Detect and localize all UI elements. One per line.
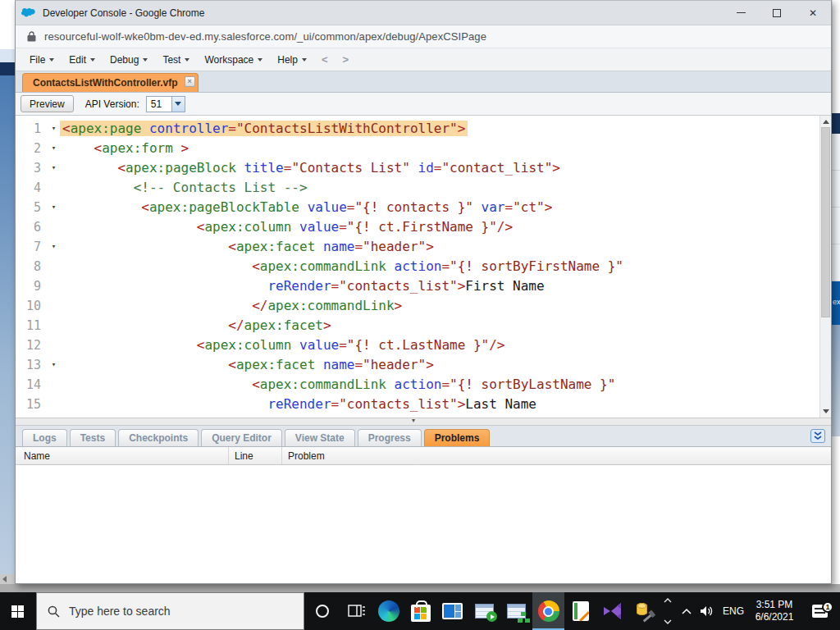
start-button[interactable] (0, 592, 36, 630)
code-text: </apex:commandLink> (62, 296, 402, 316)
fold-caret-icon[interactable]: ▾ (45, 355, 62, 375)
close-button[interactable]: ✕ (795, 1, 831, 25)
background-hscrollbar (0, 574, 15, 584)
menu-edit[interactable]: Edit (62, 51, 103, 69)
volume-button[interactable] (696, 605, 719, 617)
scroll-up-button[interactable] (820, 116, 831, 128)
column-header-line[interactable]: Line (229, 447, 282, 464)
code-line-6[interactable]: 6 <apex:column value="{! ct.FirstName }"… (16, 217, 819, 237)
code-line-12[interactable]: 12 <apex:column value="{! ct.LastName }"… (16, 336, 819, 355)
panel-tab-tests[interactable]: Tests (70, 429, 116, 446)
problems-grid-header: Name Line Problem (16, 447, 831, 465)
panel-tab-problems[interactable]: Problems (424, 429, 491, 446)
windows-taskbar: ENG 3:51 PM 6/6/2021 1 (0, 592, 840, 630)
code-line-4[interactable]: 4 <!-- Contacts List --> (16, 178, 819, 198)
column-header-name[interactable]: Name (16, 447, 229, 464)
code-line-2[interactable]: 2▾ <apex:form > (16, 139, 819, 158)
code-line-15[interactable]: 15 reRender="contacts_list">Last Name (16, 395, 819, 414)
splitter-grip-icon[interactable]: ▾ (403, 418, 424, 425)
sql-table-run-icon (475, 604, 494, 619)
code-line-11[interactable]: 11 </apex:facet> (16, 316, 819, 336)
fold-caret-icon[interactable]: ▾ (45, 158, 62, 178)
menu-file[interactable]: File (22, 51, 62, 69)
dropdown-button[interactable] (171, 96, 185, 112)
code-line-13[interactable]: 13▾ <apex:facet name="header"> (16, 355, 819, 375)
collapse-panel-button[interactable] (810, 429, 825, 443)
query-script-app-button[interactable] (564, 592, 596, 630)
menu-workspace[interactable]: Workspace (197, 51, 270, 69)
minimize-icon (737, 12, 746, 13)
cortana-button[interactable] (304, 592, 340, 630)
code-line-10[interactable]: 10 </apex:commandLink> (16, 296, 819, 316)
scroll-down-button[interactable] (820, 405, 831, 418)
code-line-7[interactable]: 7▾ <apex:facet name="header"> (16, 237, 819, 257)
clock[interactable]: 3:51 PM 6/6/2021 (748, 599, 801, 623)
navigate-forward-button[interactable]: > (336, 53, 357, 66)
background-white (832, 0, 840, 113)
menu-label: File (30, 54, 45, 66)
fold-gutter (45, 296, 62, 316)
edge-button[interactable] (372, 592, 404, 630)
data-tools-button[interactable] (628, 592, 660, 630)
taskbar-search-box[interactable] (36, 592, 304, 630)
fold-caret-icon[interactable]: ▾ (45, 139, 62, 158)
code-line-14[interactable]: 14 <apex:commandLink action="{! sortByLa… (16, 375, 819, 395)
code-text: <!-- Contacts List --> (62, 178, 308, 198)
api-version-select[interactable]: 51 (146, 96, 185, 112)
fold-caret-icon[interactable]: ▾ (45, 198, 62, 217)
fold-caret-icon[interactable]: ▾ (45, 119, 62, 139)
code-text: <apex:commandLink action="{! sortByLastN… (62, 375, 615, 395)
panel-tab-logs[interactable]: Logs (22, 429, 67, 446)
preview-button[interactable]: Preview (21, 95, 74, 112)
sql-table-design-icon (507, 604, 526, 619)
code-line-8[interactable]: 8 <apex:commandLink action="{! sortByFir… (16, 257, 819, 276)
column-header-problem[interactable]: Problem (282, 447, 831, 464)
bottom-panel-tabs: LogsTestsCheckpointsQuery EditorView Sta… (16, 426, 831, 447)
maximize-button[interactable] (759, 1, 795, 25)
navigate-back-button[interactable]: < (314, 53, 336, 66)
editor-vertical-scrollbar[interactable] (819, 116, 831, 418)
panel-tab-progress[interactable]: Progress (358, 429, 422, 446)
code-line-9[interactable]: 9 reRender="contacts_list">First Name (16, 276, 819, 296)
hidden-icons-button[interactable] (677, 608, 696, 614)
scrollbar-thumb[interactable] (821, 127, 830, 317)
task-view-button[interactable] (340, 592, 372, 630)
chevron-down-icon (302, 58, 307, 62)
api-version-label: API Version: (85, 98, 139, 110)
chevron-down-icon (49, 58, 54, 62)
code-line-1[interactable]: 1▾<apex:page controller="ContactsListWit… (16, 119, 819, 139)
menu-test[interactable]: Test (155, 51, 197, 69)
search-input[interactable] (69, 605, 266, 618)
sql-run-app-button[interactable] (468, 592, 500, 630)
code-editor[interactable]: 1▾<apex:page controller="ContactsListWit… (16, 116, 831, 418)
chrome-button[interactable] (532, 592, 564, 630)
background-gradient (832, 325, 840, 436)
triangle-down-icon (823, 409, 829, 413)
panel-tab-query-editor[interactable]: Query Editor (201, 429, 282, 446)
code-line-5[interactable]: 5▾ <apex:pageBlockTable value="{! contac… (16, 198, 819, 217)
minimize-button[interactable] (723, 1, 759, 25)
menu-debug[interactable]: Debug (103, 51, 155, 69)
tab-close-icon[interactable]: × (185, 76, 195, 87)
visual-studio-button[interactable] (596, 592, 628, 630)
menu-items: FileEditDebugTestWorkspaceHelp (22, 51, 314, 69)
code-line-3[interactable]: 3▾ <apex:pageBlock title="Contacts List"… (16, 158, 819, 178)
microsoft-store-button[interactable] (404, 592, 436, 630)
code-area[interactable]: 1▾<apex:page controller="ContactsListWit… (16, 116, 819, 418)
language-indicator[interactable]: ENG (719, 605, 748, 617)
sql-design-app-button[interactable] (500, 592, 532, 630)
tab-contactslistwithcontroller[interactable]: ContactsListWithController.vfp × (22, 73, 199, 92)
menu-label: Test (162, 54, 180, 66)
panel-tab-checkpoints[interactable]: Checkpoints (118, 429, 199, 446)
photos-app-button[interactable] (436, 592, 468, 630)
notification-center-button[interactable]: 1 (801, 605, 840, 618)
panel-splitter[interactable]: ▾ (16, 418, 831, 426)
speaker-icon (700, 605, 714, 617)
fold-caret-icon[interactable]: ▾ (45, 237, 62, 257)
browser-address-bar[interactable]: resourceful-wolf-wke0bm-dev-ed.my.salesf… (16, 25, 831, 48)
panel-tab-view-state[interactable]: View State (285, 429, 355, 446)
menu-help[interactable]: Help (270, 51, 314, 69)
taskbar-icon-scroller[interactable] (660, 592, 675, 630)
background-navy-band (0, 62, 15, 75)
code-text: <apex:facet name="header"> (62, 237, 434, 257)
